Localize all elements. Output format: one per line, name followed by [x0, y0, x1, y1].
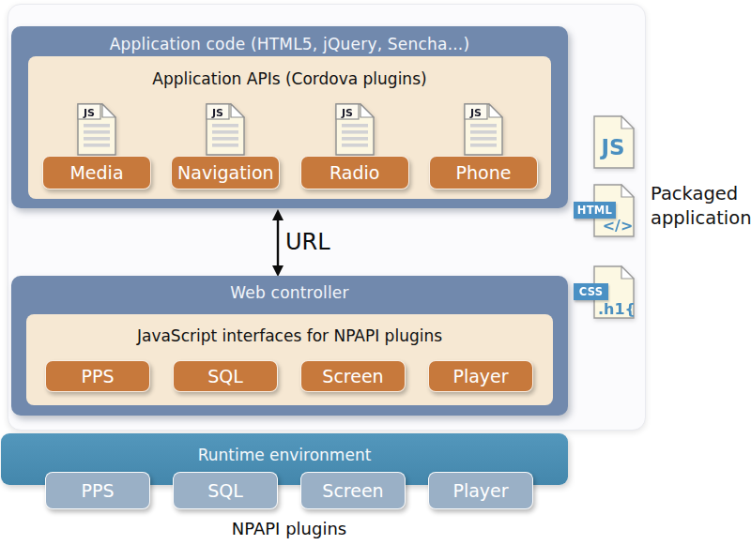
- npapi-plugins-row: PPS SQL Screen Player: [45, 472, 533, 509]
- js-badge-text: JS: [469, 107, 482, 119]
- js-interfaces-box: JavaScript interfaces for NPAPI plugins …: [26, 314, 553, 405]
- runtime-environment-title: Runtime environment: [1, 433, 568, 464]
- npapi-interfaces-row: PPS SQL Screen Player: [45, 360, 533, 392]
- sql-plugin-button: SQL: [173, 472, 278, 509]
- js-badge-text: JS: [341, 107, 353, 119]
- application-code-box: Application code (HTML5, jQuery, Sencha.…: [11, 26, 568, 208]
- html-file-text: </>: [603, 217, 634, 235]
- js-badge-text: JS: [83, 107, 95, 119]
- application-apis-box: Application APIs (Cordova plugins) JS Me…: [28, 56, 551, 199]
- pps-interface-button: PPS: [45, 360, 150, 392]
- phone-button: Phone: [429, 156, 538, 189]
- cordova-plugins-row: JS Media JS: [42, 103, 538, 189]
- screen-interface-button: Screen: [300, 360, 406, 392]
- html-badge: HTML: [574, 202, 616, 219]
- css-file: .h1{ CSS: [593, 265, 635, 323]
- application-apis-title: Application APIs (Cordova plugins): [28, 56, 551, 88]
- html-file: </> HTML: [593, 184, 635, 241]
- sql-interface-button: SQL: [173, 360, 278, 392]
- plugin-navigation: JS Navigation: [171, 103, 280, 189]
- js-document-icon: JS: [206, 103, 245, 156]
- radio-button: Radio: [300, 156, 409, 189]
- player-interface-button: Player: [428, 360, 533, 392]
- plugin-media: JS Media: [42, 103, 151, 189]
- application-code-title: Application code (HTML5, jQuery, Sencha.…: [11, 26, 568, 53]
- architecture-diagram: Application code (HTML5, jQuery, Sencha.…: [0, 0, 751, 560]
- js-interfaces-title: JavaScript interfaces for NPAPI plugins: [26, 314, 553, 345]
- screen-plugin-button: Screen: [300, 472, 406, 509]
- npapi-plugins-caption: NPAPI plugins: [45, 519, 533, 538]
- js-file-text: JS: [599, 135, 624, 159]
- js-document-icon: JS: [77, 103, 116, 156]
- js-badge-text: JS: [211, 107, 223, 119]
- url-label: URL: [285, 229, 330, 255]
- plugin-phone: JS Phone: [429, 103, 538, 189]
- web-controller-title: Web controller: [11, 276, 568, 302]
- css-file-text: .h1{: [598, 300, 635, 318]
- navigation-button: Navigation: [171, 156, 280, 189]
- js-document-icon: JS: [464, 103, 503, 156]
- pps-plugin-button: PPS: [45, 472, 150, 509]
- css-badge: CSS: [574, 283, 608, 300]
- plugin-radio: JS Radio: [300, 103, 409, 189]
- js-file-icon: JS: [593, 115, 635, 169]
- js-file: JS: [593, 115, 635, 173]
- media-button: Media: [42, 156, 151, 189]
- js-document-icon: JS: [335, 103, 375, 156]
- web-controller-box: Web controller JavaScript interfaces for…: [11, 276, 568, 416]
- packaged-application-label: Packaged application: [651, 182, 749, 231]
- player-plugin-button: Player: [428, 472, 533, 509]
